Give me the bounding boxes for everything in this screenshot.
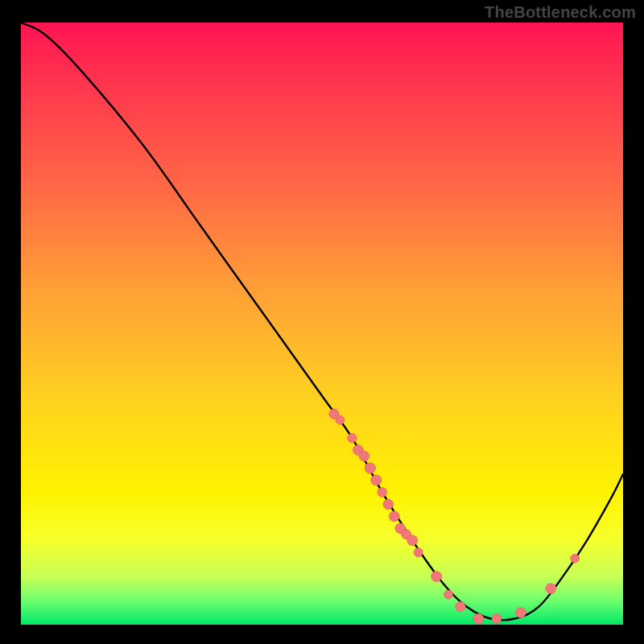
marker-dot (389, 511, 399, 522)
marker-dot (336, 415, 345, 424)
bottleneck-curve (21, 23, 623, 621)
marker-dot (492, 614, 502, 624)
marker-dot (456, 601, 465, 611)
marker-dot (414, 548, 423, 557)
marker-group (329, 409, 580, 624)
marker-dot (444, 590, 453, 599)
marker-dot (359, 451, 369, 461)
gradient-plot-area (21, 23, 623, 625)
marker-dot (371, 475, 382, 485)
marker-dot (431, 572, 442, 582)
attribution-text: TheBottleneck.com (485, 3, 636, 22)
chart-frame: TheBottleneck.com (0, 0, 644, 644)
marker-dot (348, 433, 357, 443)
marker-dot (571, 554, 580, 563)
marker-dot (515, 608, 526, 618)
marker-dot (378, 488, 387, 497)
curve-svg (21, 23, 623, 625)
marker-dot (407, 535, 418, 546)
marker-dot (383, 499, 394, 510)
marker-dot (365, 463, 375, 473)
marker-dot (546, 584, 556, 594)
marker-dot (473, 613, 484, 624)
